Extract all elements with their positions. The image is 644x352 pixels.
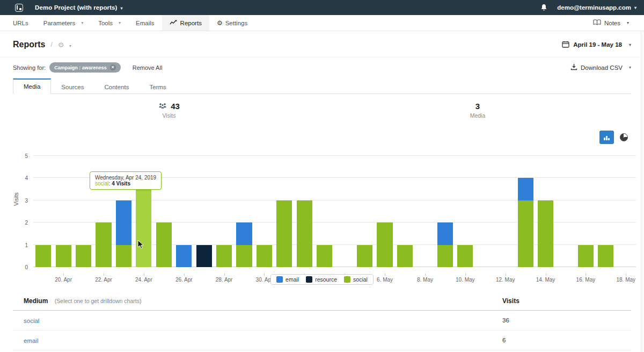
notes-menu[interactable]: Notes ▾ <box>593 15 639 31</box>
bar-may-3[interactable] <box>314 156 334 267</box>
stat-media: 3 Media <box>448 102 507 119</box>
bar-may-6[interactable] <box>375 156 394 267</box>
bar-segment-email[interactable] <box>437 222 453 245</box>
bar-apr-28[interactable] <box>214 156 234 267</box>
y-axis-tick-label: 0 <box>6 264 28 270</box>
bar-segment-social[interactable] <box>216 245 232 267</box>
bar-segment-social[interactable] <box>56 245 71 267</box>
bar-may-17[interactable] <box>596 156 616 267</box>
bar-segment-social[interactable] <box>437 245 453 267</box>
bar-segment-social[interactable] <box>156 222 172 267</box>
bar-may-11[interactable] <box>475 156 495 267</box>
bar-may-2[interactable] <box>295 156 314 267</box>
bar-segment-social[interactable] <box>377 222 392 267</box>
legend-item-social[interactable]: social <box>344 276 368 283</box>
table-row: social 36 <box>13 311 631 331</box>
bar-segment-social[interactable] <box>578 245 594 267</box>
bar-apr-19[interactable] <box>33 156 53 267</box>
bar-apr-30[interactable] <box>254 156 274 267</box>
tab-sources[interactable]: Sources <box>51 80 94 94</box>
bar-may-16[interactable] <box>576 156 596 267</box>
account-email: demo@terminusapp.com <box>557 4 631 11</box>
bar-may-4[interactable] <box>335 156 355 267</box>
bar-segment-social[interactable] <box>35 245 51 267</box>
col-header-note: (Select one to get drilldown charts) <box>55 298 142 304</box>
bar-may-18[interactable] <box>616 156 636 267</box>
tab-terms[interactable]: Terms <box>140 80 177 94</box>
bar-segment-social[interactable] <box>257 245 272 267</box>
visits-value: 36 <box>502 317 620 324</box>
bar-segment-email[interactable] <box>518 178 533 200</box>
legend-item-email[interactable]: email <box>276 276 299 283</box>
nav-item-reports[interactable]: Reports <box>162 15 209 31</box>
tab-media[interactable]: Media <box>13 78 51 94</box>
bar-segment-email[interactable] <box>176 245 192 267</box>
legend-label: social <box>353 276 368 283</box>
bar-segment-social[interactable] <box>317 245 332 267</box>
bar-segment-social[interactable] <box>457 245 473 267</box>
chevron-down-icon: ▾ <box>634 5 636 10</box>
bar-may-5[interactable] <box>355 156 375 267</box>
bar-segment-social[interactable] <box>116 245 131 267</box>
bar-may-12[interactable] <box>495 156 515 267</box>
bar-chart-toggle-button[interactable] <box>599 131 614 144</box>
scrollbar[interactable] <box>641 31 644 352</box>
nav-item-parameters[interactable]: Parameters▾ <box>36 15 91 31</box>
bar-segment-social[interactable] <box>538 200 553 267</box>
medium-link-email[interactable]: email <box>24 337 38 344</box>
medium-link-social[interactable]: social <box>24 318 39 324</box>
bar-segment-resource[interactable] <box>196 245 212 267</box>
download-csv-button[interactable]: Download CSV ▾ <box>570 63 631 71</box>
bar-segment-email[interactable] <box>236 222 252 245</box>
visits-chart: Visits Wednesday, Apr 24, 2019 social: 4… <box>0 149 644 285</box>
date-range-value: April 19 - May 18 <box>573 41 622 48</box>
bar-may-8[interactable] <box>415 156 435 267</box>
bar-may-13[interactable] <box>515 156 535 267</box>
filter-chip-campaign-awareness[interactable]: Campaign : awareness × <box>49 62 121 73</box>
bar-apr-29[interactable] <box>234 156 254 267</box>
filter-bar: Showing for: Campaign : awareness × Remo… <box>0 58 644 76</box>
bar-may-15[interactable] <box>555 156 575 267</box>
bar-segment-social[interactable] <box>276 200 292 267</box>
nav-item-emails[interactable]: Emails <box>128 15 162 31</box>
bar-may-7[interactable] <box>395 156 415 267</box>
legend-item-resource[interactable]: resource <box>306 276 337 283</box>
bar-apr-20[interactable] <box>53 156 73 267</box>
pie-chart-toggle-button[interactable] <box>620 133 628 141</box>
bar-segment-social[interactable] <box>236 245 252 267</box>
calendar-icon <box>562 41 569 49</box>
bar-segment-social[interactable] <box>76 245 91 267</box>
chart-plot[interactable]: Wednesday, Apr 24, 2019 social: 4 Visits… <box>33 156 636 267</box>
visits-value: 6 <box>502 337 620 343</box>
project-selector[interactable]: Demo Project (with reports)▾ <box>35 4 123 11</box>
nav-item-urls[interactable]: URLs <box>5 15 36 31</box>
bar-segment-email[interactable] <box>116 200 131 245</box>
bar-may-9[interactable] <box>435 156 455 267</box>
bar-segment-social[interactable] <box>357 245 372 267</box>
date-range-picker[interactable]: April 19 - May 18 ▾ <box>562 41 631 49</box>
bar-apr-26[interactable] <box>174 156 194 267</box>
bar-segment-social[interactable] <box>598 245 613 267</box>
bar-may-1[interactable] <box>274 156 294 267</box>
bar-segment-social[interactable] <box>397 245 413 267</box>
y-axis-tick-label: 1 <box>6 242 28 248</box>
remove-filter-icon[interactable]: × <box>110 64 116 70</box>
bar-segment-social[interactable] <box>518 200 533 267</box>
tab-contents[interactable]: Contents <box>94 80 140 94</box>
account-menu[interactable]: demo@terminusapp.com▾ <box>557 4 636 11</box>
notifications-bell-icon[interactable] <box>540 4 547 11</box>
nav-item-settings[interactable]: ⚙Settings <box>209 15 255 31</box>
bar-segment-social[interactable] <box>136 178 151 267</box>
nav-item-tools[interactable]: Tools▾ <box>91 15 128 31</box>
app-logo-icon[interactable] <box>15 4 23 12</box>
report-settings-button[interactable]: ⚙ ▾ <box>58 41 71 49</box>
chevron-down-icon: ▾ <box>121 6 123 11</box>
bar-segment-social[interactable] <box>96 222 111 267</box>
bar-may-10[interactable] <box>455 156 475 267</box>
bar-apr-27[interactable] <box>194 156 214 267</box>
bar-may-14[interactable] <box>536 156 555 267</box>
legend-label: email <box>286 276 299 283</box>
chevron-down-icon: ▾ <box>629 42 631 47</box>
remove-all-button[interactable]: Remove All <box>133 64 163 71</box>
bar-segment-social[interactable] <box>297 200 312 267</box>
